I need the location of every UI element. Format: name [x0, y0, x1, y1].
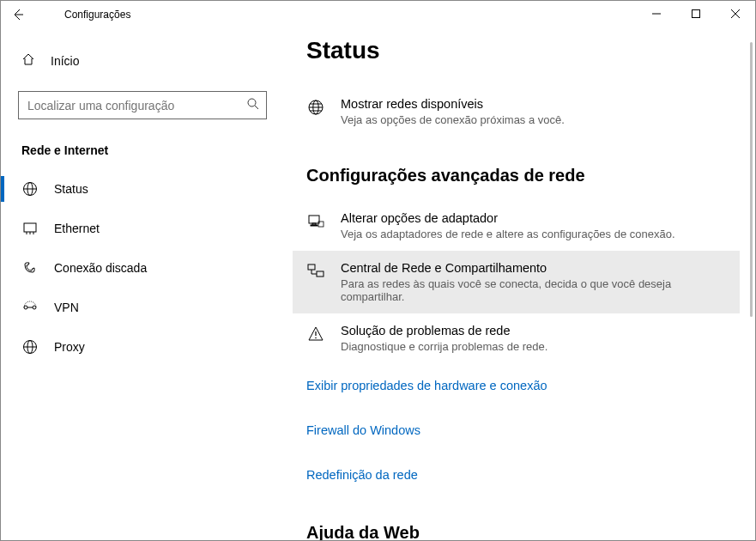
svg-point-15 — [33, 306, 36, 309]
show-networks-desc: Veja as opções de conexão próximas a voc… — [341, 113, 565, 126]
minimize-button[interactable] — [637, 1, 676, 27]
svg-rect-10 — [24, 223, 36, 232]
troubleshoot-desc: Diagnostique e corrija problemas de rede… — [341, 340, 547, 353]
network-sharing-center-row[interactable]: Central de Rede e Compartilhamento Para … — [293, 251, 740, 313]
sidebar-item-proxy[interactable]: Proxy — [1, 327, 284, 367]
sidebar-section-label: Rede e Internet — [21, 143, 284, 157]
window-body: Início Rede e Internet Status — [1, 28, 755, 540]
adapter-options-row[interactable]: Alterar opções de adaptador Veja os adap… — [306, 201, 733, 251]
adapter-desc: Veja os adaptadores de rede e altere as … — [341, 228, 675, 240]
sidebar-item-status[interactable]: Status — [1, 169, 284, 209]
dialup-icon — [21, 260, 39, 276]
network-reset-link[interactable]: Redefinição da rede — [306, 461, 733, 489]
proxy-icon — [21, 339, 39, 355]
svg-point-5 — [248, 99, 256, 106]
back-button[interactable] — [6, 3, 30, 27]
sidebar-nav: Status Ethernet Conexão discada — [1, 169, 284, 367]
sharing-icon — [306, 261, 325, 280]
vpn-icon — [21, 300, 39, 315]
arrow-left-icon — [11, 8, 25, 21]
svg-rect-25 — [309, 216, 319, 223]
sidebar-item-ethernet[interactable]: Ethernet — [1, 209, 284, 248]
help-heading: Ajuda da Web — [306, 523, 733, 540]
home-button[interactable]: Início — [1, 46, 284, 76]
sidebar-item-label: Proxy — [54, 340, 85, 354]
hardware-properties-link[interactable]: Exibir propriedades de hardware e conexã… — [306, 372, 733, 399]
svg-line-6 — [255, 106, 258, 109]
sidebar: Início Rede e Internet Status — [1, 28, 284, 540]
main-content: Status Mostrar redes disponíveis Veja as… — [284, 28, 755, 540]
show-networks-row[interactable]: Mostrar redes disponíveis Veja as opções… — [306, 87, 733, 137]
advanced-heading: Configurações avançadas de rede — [306, 166, 733, 185]
sidebar-item-label: VPN — [54, 301, 79, 314]
maximize-icon — [692, 9, 700, 18]
globe-icon — [306, 97, 325, 116]
scrollbar[interactable] — [750, 35, 753, 516]
adapter-title: Alterar opções de adaptador — [341, 211, 675, 225]
globe-icon — [21, 181, 39, 197]
titlebar: Configurações — [1, 1, 755, 28]
minimize-icon — [652, 9, 661, 18]
search-container — [18, 91, 267, 119]
settings-window: Configurações Início — [0, 0, 756, 541]
search-input[interactable] — [18, 91, 267, 119]
scrollbar-thumb[interactable] — [750, 42, 753, 317]
svg-rect-27 — [311, 225, 318, 226]
window-title: Configurações — [64, 9, 130, 21]
search-icon — [246, 97, 260, 114]
close-icon — [731, 9, 740, 18]
close-button[interactable] — [716, 1, 755, 27]
troubleshoot-title: Solução de problemas de rede — [341, 324, 547, 337]
show-networks-title: Mostrar redes disponíveis — [341, 97, 565, 111]
sidebar-item-label: Status — [54, 182, 88, 196]
maximize-button[interactable] — [676, 1, 716, 27]
svg-rect-30 — [317, 271, 324, 277]
warning-icon — [306, 324, 325, 343]
svg-point-34 — [315, 337, 317, 339]
adapter-icon — [306, 211, 325, 230]
sidebar-item-label: Ethernet — [54, 222, 100, 235]
sidebar-item-dialup[interactable]: Conexão discada — [1, 248, 284, 288]
sidebar-item-vpn[interactable]: VPN — [1, 288, 284, 327]
sharing-desc: Para as redes às quais você se conecta, … — [341, 277, 733, 303]
svg-rect-29 — [308, 264, 315, 270]
svg-rect-2 — [692, 10, 700, 18]
links-section: Exibir propriedades de hardware e conexã… — [306, 372, 733, 489]
svg-point-14 — [24, 306, 27, 309]
sidebar-item-label: Conexão discada — [54, 261, 147, 275]
troubleshoot-row[interactable]: Solução de problemas de rede Diagnostiqu… — [306, 313, 733, 363]
sharing-title: Central de Rede e Compartilhamento — [341, 261, 733, 275]
home-label: Início — [51, 54, 79, 68]
page-title: Status — [306, 37, 733, 64]
windows-firewall-link[interactable]: Firewall do Windows — [306, 416, 733, 444]
home-icon — [21, 52, 35, 69]
ethernet-icon — [21, 221, 39, 236]
window-controls — [637, 1, 755, 27]
